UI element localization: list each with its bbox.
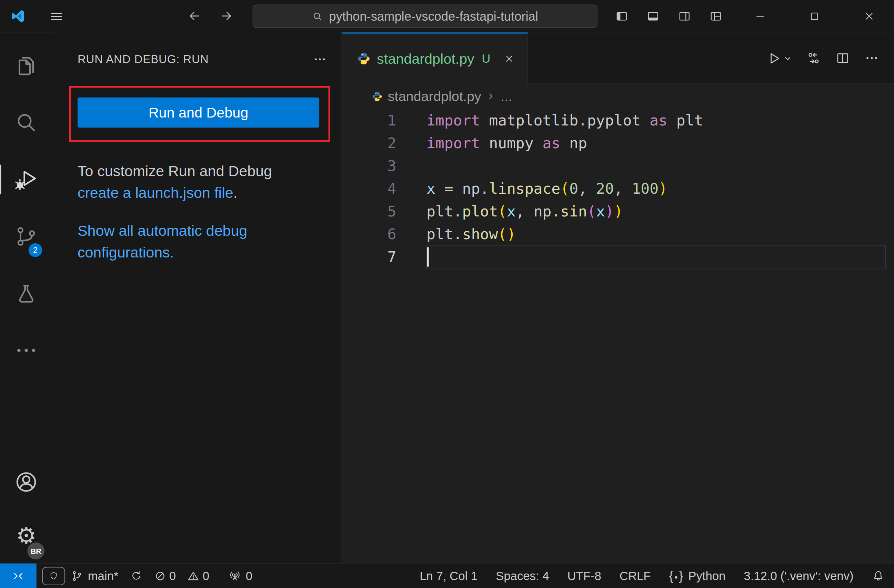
errors-count: 0: [169, 569, 176, 583]
account-icon: [14, 469, 39, 495]
remote-indicator[interactable]: [0, 564, 36, 588]
side-bar: RUN AND DEBUG: RUN Run and Debug To cust…: [53, 32, 342, 563]
radio-tower-icon: [229, 569, 241, 582]
sidebar-header: RUN AND DEBUG: RUN: [78, 48, 327, 71]
ports-item[interactable]: 0: [223, 564, 258, 588]
toggle-panel-icon[interactable]: [646, 10, 660, 23]
editor-more-icon[interactable]: [864, 51, 879, 65]
code-line-5[interactable]: 5plt.plot(x, np.sin(x)): [342, 200, 894, 223]
sidebar-title: RUN AND DEBUG: RUN: [78, 53, 209, 66]
status-bar-right: Ln 7, Col 1 Spaces: 4 UTF-8 CRLF {●} Pyt…: [411, 564, 894, 588]
bell-icon: [871, 569, 885, 582]
customize-suffix: .: [233, 184, 237, 201]
search-value: python-sample-vscode-fastapi-tutorial: [329, 9, 538, 24]
errors-icon: [154, 569, 166, 582]
run-file-icon[interactable]: [766, 50, 782, 66]
launch-json-link[interactable]: create a launch.json file: [78, 184, 233, 201]
scm-badge: 2: [29, 243, 42, 257]
activity-run-debug[interactable]: [0, 151, 53, 208]
minimize-button[interactable]: [754, 11, 766, 23]
sync-icon: [130, 569, 142, 582]
code-lines[interactable]: 1import matplotlib.pyplot as plt2import …: [342, 109, 894, 563]
profile-badge: BR: [26, 541, 45, 561]
toggle-sidebar-icon[interactable]: [615, 10, 628, 23]
sync-button[interactable]: [124, 564, 148, 588]
toggle-secondary-sidebar-icon[interactable]: [678, 10, 691, 23]
customize-layout-icon[interactable]: [709, 10, 722, 23]
run-and-debug-button[interactable]: Run and Debug: [78, 98, 319, 128]
python-icon: [371, 91, 382, 102]
remote-icon: [11, 569, 25, 583]
customize-text: To customize Run and Debug create a laun…: [78, 160, 323, 204]
chevron-right-icon: [486, 92, 495, 101]
code-line-7[interactable]: 7: [342, 246, 894, 268]
layout-controls: [615, 10, 722, 23]
ellipsis-icon: [14, 338, 39, 363]
vscode-logo-icon: [11, 9, 26, 24]
breadcrumb: standardplot.py ...: [342, 84, 894, 109]
activity-bar-bottom: ⚙ BR: [0, 451, 53, 563]
menu-icon[interactable]: [49, 9, 64, 24]
customize-line1: To customize Run and Debug: [78, 162, 272, 179]
title-bar: python-sample-vscode-fastapi-tutorial: [0, 0, 894, 32]
code-line-6[interactable]: 6plt.show(): [342, 223, 894, 246]
search-box[interactable]: python-sample-vscode-fastapi-tutorial: [253, 5, 598, 28]
breadcrumb-symbol[interactable]: ...: [501, 88, 512, 104]
run-dropdown-icon[interactable]: [783, 54, 792, 62]
forward-icon[interactable]: [219, 9, 234, 23]
breadcrumb-file[interactable]: standardplot.py: [388, 88, 481, 104]
tab-standardplot[interactable]: standardplot.py U: [342, 32, 528, 84]
split-editor-icon[interactable]: [835, 51, 850, 65]
encoding[interactable]: UTF-8: [558, 564, 610, 588]
shield-icon: [48, 571, 59, 581]
files-icon: [14, 53, 39, 78]
braces-icon: {●}: [669, 568, 684, 583]
activity-explorer[interactable]: [0, 37, 53, 94]
language-mode[interactable]: {●} Python: [660, 564, 735, 588]
sidebar-more-icon[interactable]: [313, 53, 327, 66]
code-line-1[interactable]: 1import matplotlib.pyplot as plt: [342, 109, 894, 132]
search-icon: [14, 110, 39, 135]
editor-group: standardplot.py U: [342, 32, 894, 563]
activity-testing[interactable]: [0, 265, 53, 322]
close-button[interactable]: [863, 11, 875, 23]
branch-name: main*: [88, 569, 119, 583]
notifications-button[interactable]: [862, 564, 894, 588]
activity-bar: 2 ⚙ BR: [0, 32, 53, 563]
cursor-position[interactable]: Ln 7, Col 1: [411, 564, 487, 588]
maximize-button[interactable]: [808, 11, 820, 23]
auto-config-text: Show all automatic debugconfigurations.: [78, 220, 323, 263]
vscode-window: python-sample-vscode-fastapi-tutorial: [0, 0, 894, 588]
open-changes-icon[interactable]: [806, 51, 821, 65]
eol[interactable]: CRLF: [610, 564, 660, 588]
code-line-3[interactable]: 3: [342, 154, 894, 177]
git-status-badge: U: [482, 52, 490, 65]
activity-source-control[interactable]: 2: [0, 208, 53, 265]
warnings-count: 0: [203, 569, 209, 583]
language-label: Python: [688, 569, 725, 583]
problems-item[interactable]: 0 0: [148, 564, 215, 588]
activity-search[interactable]: [0, 94, 53, 151]
git-branch-icon: [71, 569, 83, 582]
tab-bar: standardplot.py U: [342, 32, 894, 84]
settings-button[interactable]: ⚙ BR: [0, 508, 53, 563]
code-line-4[interactable]: 4x = np.linspace(0, 20, 100): [342, 177, 894, 200]
show-configs-link[interactable]: Show all automatic debugconfigurations.: [78, 222, 247, 261]
python-icon: [357, 52, 371, 65]
search-icon: [312, 11, 323, 22]
workspace-trust-button[interactable]: [42, 567, 65, 585]
status-bar: main* 0 0 0 Ln 7, Col 1 Spaces: 4 UTF-8 …: [0, 563, 894, 588]
editor-actions: [766, 32, 879, 84]
back-icon[interactable]: [187, 9, 202, 23]
tab-close-icon[interactable]: [503, 53, 515, 65]
code-line-2[interactable]: 2import numpy as np: [342, 132, 894, 154]
tab-title: standardplot.py: [377, 50, 474, 67]
branch-item[interactable]: main*: [65, 564, 124, 588]
beaker-icon: [14, 281, 39, 306]
python-interpreter[interactable]: 3.12.0 ('.venv': venv): [735, 564, 862, 588]
run-debug-icon: [14, 167, 39, 192]
indentation[interactable]: Spaces: 4: [487, 564, 558, 588]
activity-more[interactable]: [0, 322, 53, 379]
account-button[interactable]: [0, 456, 53, 508]
ports-count: 0: [246, 569, 252, 583]
